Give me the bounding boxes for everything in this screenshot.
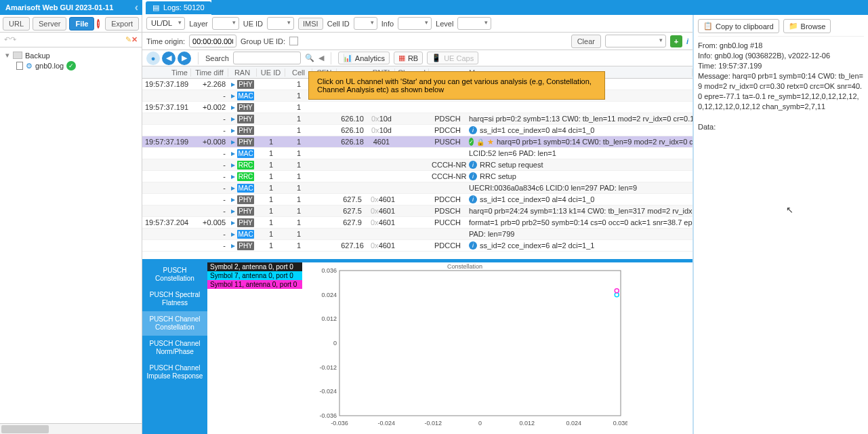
table-row[interactable]: 19:57:37.204+0.005▸PHY11627.90x4601PUCCH… [142, 217, 693, 229]
collapse-sidebar-icon[interactable]: ‹ [135, 1, 138, 14]
nav-next-button[interactable]: ▶ [178, 52, 191, 65]
svg-text:Constellation: Constellation [447, 263, 482, 270]
cursor-icon: ↖ [786, 205, 793, 215]
left-sidebar: URL Server File ! Export ↶ ↷ ✎ ✕ ▾ Backu… [0, 15, 142, 434]
file-button[interactable]: File [69, 17, 94, 31]
level-select[interactable] [457, 17, 491, 30]
col-time[interactable]: Time [142, 68, 191, 77]
add-button[interactable]: + [670, 35, 682, 47]
info-icon[interactable]: i [469, 241, 477, 250]
analysis-tab[interactable]: PUSCH Constellation [142, 262, 207, 287]
table-row[interactable]: -▸MAC11PAD: len=799 [142, 229, 693, 240]
svg-text:-0.024: -0.024 [319, 388, 337, 395]
imsi-button[interactable]: IMSI [298, 18, 323, 30]
rb-button[interactable]: ▦RB [394, 52, 423, 64]
tree-folder[interactable]: ▾ Backup [4, 50, 138, 60]
analysis-tab[interactable]: PUSCH Channel Norm/Phase [142, 336, 207, 360]
col-ueid[interactable]: UE ID [257, 68, 285, 77]
table-row[interactable]: -▸PHY1626.100x10dPDCCHiss_id=1 cce_index… [142, 125, 693, 136]
chart-area: Constellation-0.036-0.024-0.01200.0120.0… [302, 262, 693, 434]
nav-prev-button[interactable]: ◀ [162, 52, 175, 65]
ran-badge: MAC [237, 149, 254, 158]
legend-item[interactable]: Symbol 7, antenna 0, port 0 [207, 271, 302, 280]
horizontal-scrollbar[interactable] [0, 423, 142, 434]
analysis-tab[interactable]: PUSCH Channel Constellation [142, 311, 207, 336]
svg-text:0.024: 0.024 [566, 420, 582, 427]
delete-icon[interactable]: ✕ [131, 35, 138, 44]
table-row[interactable]: -▸RRC11CCCH-NRiRRC setup request [142, 159, 693, 171]
grid-icon: ▦ [398, 54, 405, 62]
table-row[interactable]: -▸MAC11UECRI:0036a0a834c6 LCID:0 len=297… [142, 182, 693, 194]
ran-badge: PHY [237, 80, 254, 89]
ran-badge: PHY [237, 207, 254, 216]
ran-badge: RRC [237, 161, 254, 170]
undo-icon[interactable]: ↶ [4, 35, 10, 44]
info-icon[interactable]: i [469, 172, 477, 180]
table-row[interactable]: 19:57:37.199+0.008▸PHY11626.184601PUSCH✓… [142, 136, 693, 148]
folder-icon [13, 52, 22, 59]
ran-badge: MAC [237, 230, 254, 239]
search-back-icon[interactable]: ◀ [318, 54, 324, 62]
level-label: Level [436, 20, 453, 28]
svg-text:0: 0 [333, 340, 337, 347]
error-icon[interactable]: ! [97, 19, 100, 28]
group-ueid-checkbox[interactable] [289, 37, 298, 45]
info-select[interactable] [398, 17, 432, 30]
analytics-button[interactable]: 📊Analytics [338, 52, 390, 64]
url-button[interactable]: URL [3, 17, 30, 31]
svg-text:-0.024: -0.024 [377, 420, 395, 427]
col-ran[interactable]: RAN [228, 68, 257, 77]
copy-button[interactable]: 📋Copy to clipboard [698, 19, 779, 33]
ran-badge: PHY [237, 195, 254, 204]
file-tree: ▾ Backup ⚙ gnb0.log ✓ [0, 47, 142, 423]
folder-label: Backup [25, 52, 50, 60]
svg-text:0.024: 0.024 [321, 292, 337, 298]
info-icon[interactable]: i [469, 195, 477, 203]
export-button[interactable]: Export [105, 17, 139, 31]
collapse-icon[interactable]: ▾ [4, 51, 10, 60]
edit-icon[interactable]: ✎ [125, 35, 131, 44]
star-icon[interactable]: ★ [487, 138, 494, 146]
table-row[interactable]: -▸PHY1626.100x10dPDSCHharq=si prb=0:2 sy… [142, 113, 693, 125]
redo-icon[interactable]: ↷ [10, 35, 16, 44]
table-row[interactable]: -▸PHY11627.50x4601PDSCHharq=0 prb=24:24 … [142, 205, 693, 217]
time-origin-label: Time origin: [146, 37, 185, 45]
ran-badge: RRC [237, 172, 254, 181]
ran-badge: PHY [237, 115, 254, 123]
nav-home-button[interactable]: ● [146, 52, 160, 65]
ran-badge: PHY [237, 138, 254, 146]
legend-item[interactable]: Symbol 11, antenna 0, port 0 [207, 280, 302, 289]
table-row[interactable]: -▸PHY11627.50x4601PDCCHiss_id=1 cce_inde… [142, 194, 693, 205]
clear-button[interactable]: Clear [571, 35, 601, 48]
tab-logs[interactable]: ▤ Logs: 50120 [146, 1, 211, 14]
app-title: Amarisoft Web GUI 2023-01-11 [5, 3, 113, 12]
info-icon[interactable]: i [469, 161, 477, 169]
browse-button[interactable]: 📁Browse [783, 19, 831, 33]
col-timediff[interactable]: Time diff [191, 68, 228, 77]
analysis-tab[interactable]: PUSCH Channel Impulse Response [142, 360, 207, 384]
analysis-tab[interactable]: PUSCH Spectral Flatness [142, 287, 207, 311]
clear-select[interactable] [605, 35, 666, 47]
arrow-right-icon: ▸ [231, 195, 235, 204]
table-row[interactable]: -▸PHY11627.160x4601PDCCHiss_id=2 cce_ind… [142, 240, 693, 252]
ueid-select[interactable] [267, 17, 294, 30]
svg-text:0.036: 0.036 [613, 420, 627, 427]
layer-select[interactable] [212, 17, 239, 30]
cellid-select[interactable] [354, 17, 377, 30]
tree-file[interactable]: ⚙ gnb0.log ✓ [16, 60, 138, 71]
arrow-right-icon: ▸ [231, 229, 235, 239]
info-icon[interactable]: i [469, 126, 477, 134]
legend-item[interactable]: Symbol 2, antenna 0, port 0 [207, 262, 302, 271]
time-origin-input[interactable] [189, 35, 236, 47]
table-row[interactable]: -▸RRC11CCCH-NRiRRC setup [142, 171, 693, 182]
table-row[interactable]: -▸MAC11LCID:52 len=6 PAD: len=1 [142, 148, 693, 159]
server-button[interactable]: Server [33, 17, 66, 31]
details-text: From: gnb0.log #18 Info: gnb0.log (90368… [698, 41, 864, 132]
uldl-select[interactable]: UL/DL [146, 17, 185, 30]
ue-caps-button[interactable]: 📱UE Caps [427, 52, 478, 64]
arrow-right-icon: ▸ [231, 206, 235, 216]
search-input[interactable] [233, 52, 301, 64]
table-row[interactable]: 19:57:37.191+0.002▸PHY1 [142, 102, 693, 113]
binoculars-icon[interactable]: 🔍 [305, 54, 314, 62]
info-icon[interactable]: i [686, 37, 688, 45]
